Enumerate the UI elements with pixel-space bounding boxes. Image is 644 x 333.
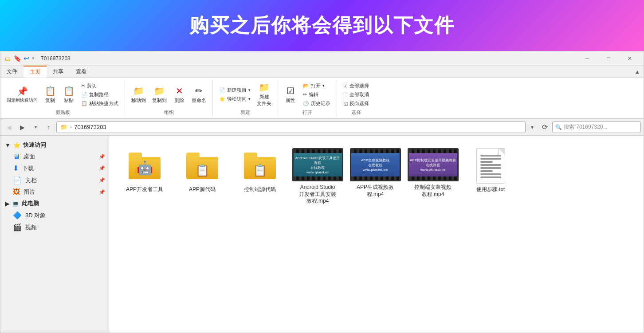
close-button[interactable]: ✕ <box>620 51 640 66</box>
edit-icon: ✏ <box>303 92 307 98</box>
open-icon: 📂 <box>303 83 309 89</box>
deselect-all-icon: ☐ <box>343 92 348 98</box>
select-col: ☑ 全部选择 ☐ 全部取消 ◱ 反向选择 <box>341 82 372 108</box>
file-item-txt[interactable]: 使用步骤.txt <box>464 145 517 208</box>
file-item-ctrl-video[interactable]: APP控制端安装使用视频教程 在线教程 www.pkmed.me 控制端安装视频… <box>406 145 459 208</box>
address-dropdown-button[interactable]: ▾ <box>527 121 537 133</box>
forward-button[interactable]: ▶ <box>16 121 28 133</box>
paste-icon: 📋 <box>63 86 75 96</box>
doc-overlay: 📋 <box>195 164 209 177</box>
sidebar-item-3d[interactable]: 🔷 3D 对象 <box>0 209 109 221</box>
ribbon-group-clipboard: 📌 固定到快速访问 📋 复制 📋 粘贴 ✂ 剪切 <box>0 80 125 117</box>
address-bar: ◀ ▶ ▾ ↑ 📁 › 7016973203 ▾ ⟳ 🔍 搜索"70169732… <box>0 119 644 136</box>
edit-button[interactable]: ✏ 编辑 <box>300 90 333 99</box>
android-overlay: 🤖 <box>137 160 153 176</box>
text-line-5 <box>480 167 501 169</box>
copy-to-icon: 📁 <box>154 86 165 96</box>
folder-doc-icon-area-2: 📋 <box>242 148 278 184</box>
sidebar-this-pc-header[interactable]: ▶ 💻 此电脑 <box>0 198 109 209</box>
folder-icon: 🗂 <box>4 55 11 62</box>
text-line-4 <box>480 164 501 166</box>
text-line-7 <box>480 173 501 175</box>
video-icon-area-3: APP控制端安装使用视频教程 在线教程 www.pkmed.me <box>408 148 459 181</box>
tab-home[interactable]: 主页 <box>24 66 47 78</box>
deselect-all-button[interactable]: ☐ 全部取消 <box>341 90 372 99</box>
back-button[interactable]: ◀ <box>3 121 15 133</box>
pin-indicator-desktop: 📌 <box>99 154 105 160</box>
pics-icon: 🖼 <box>13 188 20 196</box>
refresh-button[interactable]: ⟳ <box>539 121 550 133</box>
select-all-icon: ☑ <box>343 83 348 89</box>
sidebar-item-docs[interactable]: 📄 文档 📌 <box>0 174 109 186</box>
ribbon-group-open: ☑ 属性 📂 打开 ▾ ✏ 编辑 🕐 历史记录 <box>278 80 337 117</box>
invert-select-button[interactable]: ◱ 反向选择 <box>341 99 372 108</box>
paste-shortcut-button[interactable]: 📋 粘贴快捷方式 <box>79 99 121 108</box>
cut-button[interactable]: ✂ 剪切 <box>79 82 121 90</box>
file-item-android-video[interactable]: Android Studio安装工具使用教程 在线教程 www.grand.us… <box>291 145 344 208</box>
new-item-button[interactable]: 📄 新建项目 ▾ <box>216 86 253 94</box>
rename-button[interactable]: ✏ 重命名 <box>189 84 209 105</box>
txt-icon-area <box>473 148 508 184</box>
address-folder-icon: 📁 <box>60 124 67 130</box>
tab-file[interactable]: 文件 <box>0 66 24 78</box>
delete-icon: ✕ <box>176 86 183 96</box>
maximize-button[interactable]: □ <box>598 51 619 66</box>
file-item-app-dev[interactable]: 🤖 APP开发者工具 <box>118 145 171 208</box>
copy-to-button[interactable]: 📁 复制到 <box>149 84 169 105</box>
new-item-icon: 📄 <box>219 87 225 93</box>
pin-indicator-pics: 📌 <box>99 189 105 195</box>
pin-icon: 📌 <box>17 86 28 97</box>
ribbon-group-organize: 📁 移动到 📁 复制到 ✕ 删除 ✏ 重命名 组织 <box>125 80 213 117</box>
title-bar: 🗂 🔖 ↩ ▾ 7016973203 ─ □ ✕ <box>0 51 644 66</box>
select-label: 选择 <box>351 108 361 116</box>
history-button[interactable]: 🕐 历史记录 <box>300 99 333 108</box>
address-input[interactable]: 📁 › 7016973203 <box>56 121 526 133</box>
easy-access-icon: ⭐ <box>219 96 225 102</box>
select-items: ☑ 全部选择 ☐ 全部取消 ◱ 反向选择 <box>341 81 372 108</box>
pin-button[interactable]: 📌 固定到快速访问 <box>4 85 40 104</box>
open-label: 打开 <box>302 108 312 116</box>
tab-share[interactable]: 共享 <box>47 66 70 78</box>
new-label: 新建 <box>240 108 250 116</box>
file-area: 🤖 APP开发者工具 📋 APP源代码 <box>109 136 644 333</box>
properties-button[interactable]: ☑ 属性 <box>282 84 299 105</box>
file-item-app-src[interactable]: 📋 APP源代码 <box>176 145 229 208</box>
select-all-button[interactable]: ☑ 全部选择 <box>341 82 372 90</box>
copy-button[interactable]: 📋 复制 <box>41 84 59 105</box>
ribbon-collapse-button[interactable]: ▲ <box>631 66 644 78</box>
cut-icon: ✂ <box>81 83 85 89</box>
file-item-ctrl-src[interactable]: 📋 控制端源代码 <box>233 145 287 208</box>
sidebar-item-download[interactable]: ⬇ 下载 📌 <box>0 162 109 174</box>
copy-path-icon: 📄 <box>81 92 87 98</box>
undo-icon[interactable]: ↩ <box>24 54 29 63</box>
folder-doc-icon-area: 📋 <box>185 148 220 184</box>
copy-path-button[interactable]: 📄 复制路径 <box>79 90 121 99</box>
sidebar-quick-access-header[interactable]: ▼ ⭐ 快速访问 <box>0 139 109 151</box>
paste-button[interactable]: 📋 粘贴 <box>60 84 78 105</box>
easy-access-arrow: ▾ <box>248 97 251 101</box>
sidebar-item-video[interactable]: 🎬 视频 <box>0 221 109 233</box>
address-path: 7016973203 <box>74 124 106 130</box>
quick-access-icon: ⭐ <box>13 142 20 149</box>
sidebar-item-pics[interactable]: 🖼 图片 📌 <box>0 186 109 198</box>
properties-icon: ☑ <box>287 86 295 96</box>
search-box[interactable]: 🔍 搜索"701697320... <box>552 121 641 133</box>
minimize-button[interactable]: ─ <box>577 51 597 66</box>
delete-button[interactable]: ✕ 删除 <box>170 84 188 105</box>
new-folder-button[interactable]: 📁 新建 文件夹 <box>254 81 274 108</box>
video-thumb-2: APP生成视频教程 在线教程 www.pkmed.me <box>350 148 401 181</box>
video-thumb-3: APP控制端安装使用视频教程 在线教程 www.pkmed.me <box>408 148 459 181</box>
up-button[interactable]: ↑ <box>43 121 55 133</box>
file-item-app-video[interactable]: APP生成视频教程 在线教程 www.pkmed.me APP生成视频教 程.m… <box>349 145 402 208</box>
recent-button[interactable]: ▾ <box>30 121 41 133</box>
this-pc-icon: 💻 <box>12 200 19 207</box>
undo-arrow: ▾ <box>32 55 35 61</box>
open-button[interactable]: 📂 打开 ▾ <box>300 82 333 90</box>
video-icon: 🎬 <box>13 223 22 231</box>
sidebar-item-desktop[interactable]: 🖥 桌面 📌 <box>0 151 109 162</box>
tab-view[interactable]: 查看 <box>70 66 93 78</box>
move-to-button[interactable]: 📁 移动到 <box>129 84 149 105</box>
explorer-window: 🗂 🔖 ↩ ▾ 7016973203 ─ □ ✕ 文件 主页 共享 查看 ▲ 📌… <box>0 51 644 333</box>
file-label-app-video: APP生成视频教 程.mp4 <box>357 184 394 198</box>
easy-access-button[interactable]: ⭐ 轻松访问 ▾ <box>216 95 253 103</box>
